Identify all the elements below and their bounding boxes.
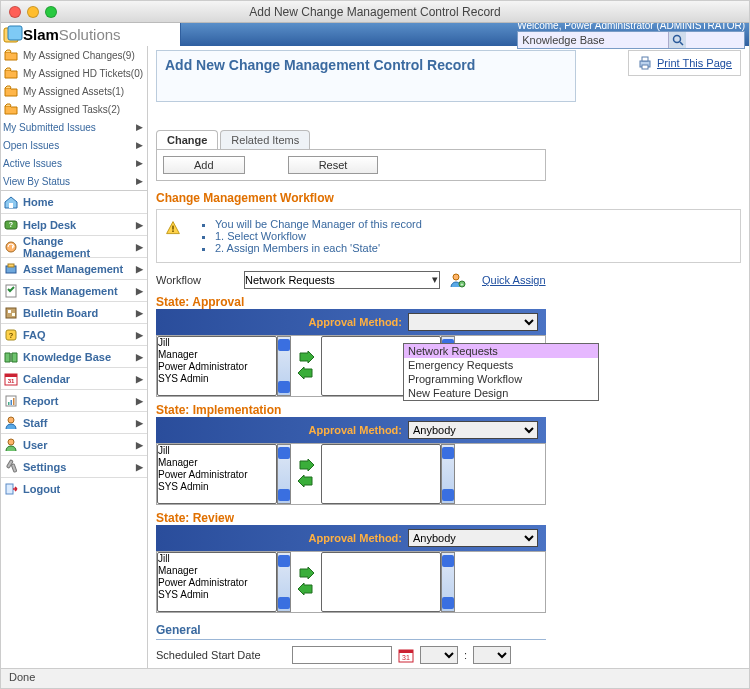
svg-marker-41 (300, 459, 314, 471)
scroll-up-icon[interactable] (442, 447, 454, 459)
print-page-link[interactable]: Print This Page (628, 50, 741, 76)
svg-rect-35 (172, 230, 174, 232)
sidebar-item-change management[interactable]: Change Management ▶ (1, 235, 147, 257)
scroll-down-icon[interactable] (278, 381, 290, 393)
calendar-icon[interactable]: 31 (398, 647, 414, 663)
scrollbar[interactable] (441, 444, 455, 504)
state-title: State: Approval (156, 295, 741, 309)
workflow-option[interactable]: Network Requests (404, 344, 598, 358)
workflow-option[interactable]: Programming Workflow (404, 372, 598, 386)
workflow-dropdown-list[interactable]: Network RequestsEmergency RequestsProgra… (403, 343, 599, 401)
task-icon (3, 283, 19, 299)
approval-method-select[interactable] (408, 313, 538, 331)
quick-assign-link[interactable]: Quick Assign (482, 274, 546, 286)
chevron-right-icon: ▶ (136, 140, 143, 150)
approval-method-select[interactable]: Anybody (408, 529, 538, 547)
approval-strip: Approval Method: (156, 309, 546, 335)
svg-rect-10 (8, 264, 14, 267)
sidebar-assigned-1[interactable]: My Assigned HD Tickets(0) (1, 64, 147, 82)
sidebar-assigned-2[interactable]: My Assigned Assets(1) (1, 82, 147, 100)
scheduled-start-date-input[interactable] (292, 646, 392, 664)
add-button[interactable]: Add (163, 156, 245, 174)
assigned-members-list[interactable] (321, 444, 441, 504)
scrollbar[interactable] (277, 336, 291, 396)
quick-assign-icon: + (450, 272, 466, 288)
scroll-down-icon[interactable] (442, 597, 454, 609)
sidebar-assigned-3[interactable]: My Assigned Tasks(2) (1, 100, 147, 118)
available-members-list[interactable]: JillManagerPower AdministratorSYS Admin (157, 336, 277, 396)
approval-method-select[interactable]: Anybody (408, 421, 538, 439)
general-section-title: General (156, 623, 546, 640)
workflow-option[interactable]: New Feature Design (404, 386, 598, 400)
sidebar-item-user[interactable]: User ▶ (1, 433, 147, 455)
logo-text: SlamSolutions (23, 26, 121, 43)
print-page-label: Print This Page (657, 57, 732, 69)
scrollbar[interactable] (441, 552, 455, 612)
scroll-up-icon[interactable] (442, 555, 454, 567)
sidebar-item-logout[interactable]: Logout (1, 477, 147, 499)
chevron-right-icon: ▶ (136, 396, 143, 406)
workflow-info-box: You will be Change Manager of this recor… (156, 209, 741, 263)
approval-strip: Approval Method: Anybody (156, 525, 546, 551)
scheduled-start-minute[interactable] (473, 646, 511, 664)
available-members-list[interactable]: JillManagerPower AdministratorSYS Admin (157, 444, 277, 504)
reset-button[interactable]: Reset (288, 156, 379, 174)
svg-rect-1 (8, 26, 22, 40)
app-logo: SlamSolutions (1, 23, 181, 46)
scroll-down-icon[interactable] (278, 597, 290, 609)
tab-related-items[interactable]: Related Items (220, 130, 310, 149)
sidebar-item-task management[interactable]: Task Management ▶ (1, 279, 147, 301)
sidebar-textlink-1[interactable]: Open Issues▶ (1, 136, 147, 154)
chevron-right-icon: ▶ (136, 242, 143, 252)
svg-rect-34 (172, 226, 174, 230)
sidebar-item-knowledge base[interactable]: Knowledge Base ▶ (1, 345, 147, 367)
svg-text:31: 31 (8, 378, 15, 384)
scroll-up-icon[interactable] (278, 339, 290, 351)
move-left-button[interactable] (298, 475, 314, 489)
svg-point-2 (673, 36, 680, 43)
sidebar-item-home[interactable]: Home (1, 191, 147, 213)
scroll-down-icon[interactable] (442, 489, 454, 501)
sidebar-item-calendar[interactable]: 31 Calendar ▶ (1, 367, 147, 389)
workflow-select[interactable] (244, 271, 440, 289)
move-left-button[interactable] (298, 367, 314, 381)
scheduled-start-label: Scheduled Start Date (156, 649, 286, 661)
workflow-option[interactable]: Emergency Requests (404, 358, 598, 372)
move-right-button[interactable] (298, 351, 314, 365)
sidebar-item-help desk[interactable]: ? Help Desk ▶ (1, 213, 147, 235)
info-line: 2. Assign Members in each 'State' (215, 242, 732, 254)
approval-strip: Approval Method: Anybody (156, 417, 546, 443)
sidebar-textlink-2[interactable]: Active Issues▶ (1, 154, 147, 172)
sidebar-textlink-0[interactable]: My Submitted Issues▶ (1, 118, 147, 136)
sidebar-assigned-0[interactable]: My Assigned Changes(9) (1, 46, 147, 64)
chevron-right-icon: ▶ (136, 264, 143, 274)
folder-icon (3, 47, 19, 63)
available-members-list[interactable]: JillManagerPower AdministratorSYS Admin (157, 552, 277, 612)
scroll-up-icon[interactable] (278, 447, 290, 459)
sidebar-item-bulletin board[interactable]: Bulletin Board ▶ (1, 301, 147, 323)
sidebar-item-faq[interactable]: ? FAQ ▶ (1, 323, 147, 345)
svg-line-3 (680, 42, 683, 45)
assigned-members-list[interactable] (321, 552, 441, 612)
scheduled-start-hour[interactable] (420, 646, 458, 664)
dual-listbox: JillManagerPower AdministratorSYS Admin (156, 551, 546, 613)
scrollbar[interactable] (277, 444, 291, 504)
approval-method-label: Approval Method: (309, 532, 403, 544)
tab-change[interactable]: Change (156, 130, 218, 149)
app-topbar: SlamSolutions Welcome, Power Administrat… (1, 23, 749, 46)
move-left-button[interactable] (298, 583, 314, 597)
scroll-down-icon[interactable] (278, 489, 290, 501)
sidebar-item-settings[interactable]: Settings ▶ (1, 455, 147, 477)
sidebar-item-asset management[interactable]: Asset Management ▶ (1, 257, 147, 279)
scroll-up-icon[interactable] (278, 555, 290, 567)
sidebar-item-staff[interactable]: Staff ▶ (1, 411, 147, 433)
sidebar-textlink-3[interactable]: View By Status▶ (1, 172, 147, 190)
state-title: State: Review (156, 511, 741, 525)
move-right-button[interactable] (298, 567, 314, 581)
board-icon (3, 305, 19, 321)
chevron-right-icon: ▶ (136, 352, 143, 362)
sidebar-item-report[interactable]: Report ▶ (1, 389, 147, 411)
move-right-button[interactable] (298, 459, 314, 473)
scrollbar[interactable] (277, 552, 291, 612)
info-line: 1. Select Workflow (215, 230, 732, 242)
